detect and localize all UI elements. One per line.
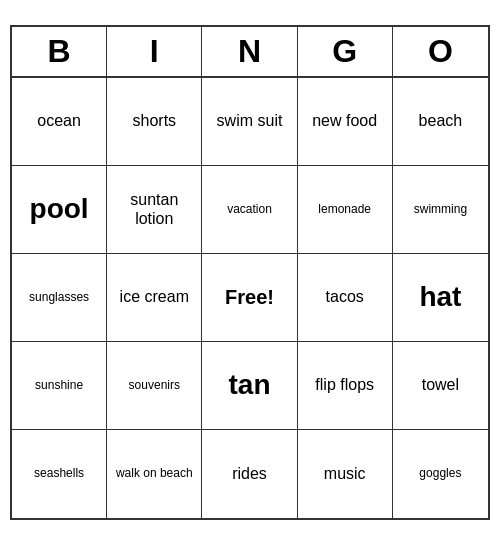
cell-text-12: Free! [225, 285, 274, 309]
bingo-cell-23[interactable]: music [298, 430, 393, 518]
bingo-grid: oceanshortsswim suitnew foodbeachpoolsun… [12, 78, 488, 518]
bingo-cell-2[interactable]: swim suit [202, 78, 297, 166]
cell-text-24: goggles [419, 466, 461, 480]
cell-text-8: lemonade [318, 202, 371, 216]
cell-text-17: tan [228, 368, 270, 402]
bingo-cell-6[interactable]: suntan lotion [107, 166, 202, 254]
cell-text-3: new food [312, 111, 377, 130]
header-letter-i: I [107, 27, 202, 76]
cell-text-2: swim suit [217, 111, 283, 130]
cell-text-14: hat [419, 280, 461, 314]
bingo-cell-1[interactable]: shorts [107, 78, 202, 166]
bingo-cell-17[interactable]: tan [202, 342, 297, 430]
cell-text-23: music [324, 464, 366, 483]
cell-text-13: tacos [326, 287, 364, 306]
cell-text-7: vacation [227, 202, 272, 216]
cell-text-10: sunglasses [29, 290, 89, 304]
bingo-cell-12[interactable]: Free! [202, 254, 297, 342]
bingo-cell-13[interactable]: tacos [298, 254, 393, 342]
cell-text-5: pool [30, 192, 89, 226]
header-letter-b: B [12, 27, 107, 76]
cell-text-18: flip flops [315, 375, 374, 394]
header-letter-g: G [298, 27, 393, 76]
bingo-cell-8[interactable]: lemonade [298, 166, 393, 254]
bingo-cell-15[interactable]: sunshine [12, 342, 107, 430]
bingo-cell-0[interactable]: ocean [12, 78, 107, 166]
bingo-cell-3[interactable]: new food [298, 78, 393, 166]
cell-text-15: sunshine [35, 378, 83, 392]
cell-text-4: beach [419, 111, 463, 130]
cell-text-20: seashells [34, 466, 84, 480]
cell-text-9: swimming [414, 202, 467, 216]
bingo-cell-14[interactable]: hat [393, 254, 488, 342]
bingo-cell-9[interactable]: swimming [393, 166, 488, 254]
bingo-cell-21[interactable]: walk on beach [107, 430, 202, 518]
header-letter-o: O [393, 27, 488, 76]
bingo-cell-4[interactable]: beach [393, 78, 488, 166]
cell-text-11: ice cream [120, 287, 189, 306]
cell-text-1: shorts [133, 111, 177, 130]
cell-text-16: souvenirs [129, 378, 180, 392]
bingo-cell-20[interactable]: seashells [12, 430, 107, 518]
cell-text-6: suntan lotion [111, 190, 197, 228]
bingo-cell-16[interactable]: souvenirs [107, 342, 202, 430]
cell-text-22: rides [232, 464, 267, 483]
bingo-cell-22[interactable]: rides [202, 430, 297, 518]
bingo-cell-11[interactable]: ice cream [107, 254, 202, 342]
bingo-cell-10[interactable]: sunglasses [12, 254, 107, 342]
bingo-cell-24[interactable]: goggles [393, 430, 488, 518]
bingo-cell-18[interactable]: flip flops [298, 342, 393, 430]
bingo-card: BINGO oceanshortsswim suitnew foodbeachp… [10, 25, 490, 520]
bingo-cell-5[interactable]: pool [12, 166, 107, 254]
bingo-cell-19[interactable]: towel [393, 342, 488, 430]
cell-text-21: walk on beach [116, 466, 193, 480]
header-letter-n: N [202, 27, 297, 76]
bingo-cell-7[interactable]: vacation [202, 166, 297, 254]
cell-text-0: ocean [37, 111, 81, 130]
bingo-header: BINGO [12, 27, 488, 78]
cell-text-19: towel [422, 375, 459, 394]
